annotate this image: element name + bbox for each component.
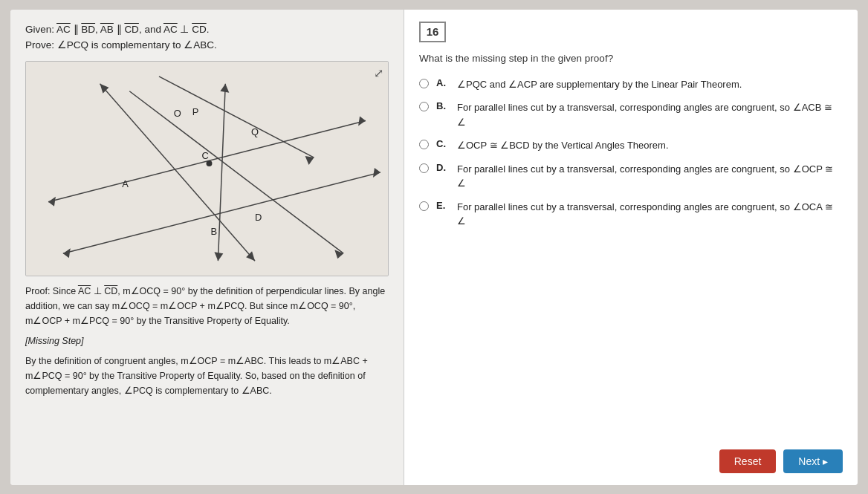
label-O: O <box>174 108 181 119</box>
option-E[interactable]: E. For parallel lines cut by a transvers… <box>419 200 843 229</box>
prove-line: Prove: ∠PCQ is complementary to ∠ABC. <box>25 37 389 53</box>
option-C[interactable]: C. ∠OCP ≅ ∠BCD by the Vertical Angles Th… <box>419 138 843 153</box>
option-B-text: For parallel lines cut by a transversal,… <box>457 100 843 129</box>
svg-point-17 <box>207 160 213 166</box>
option-D-text: For parallel lines cut by a transversal,… <box>457 162 843 191</box>
option-A-text: ∠PQC and ∠ACP are supplementary by the L… <box>457 77 843 92</box>
question-number: 16 <box>419 22 446 42</box>
right-panel: 16 What is the missing step in the given… <box>404 10 858 485</box>
label-P: P <box>192 105 199 117</box>
label-C: C <box>202 150 209 161</box>
next-button[interactable]: Next <box>783 449 843 473</box>
option-C-text: ∠OCP ≅ ∠BCD by the Vertical Angles Theor… <box>457 138 843 153</box>
radio-A[interactable] <box>419 79 429 88</box>
expand-icon[interactable]: ⤢ <box>374 66 383 80</box>
option-B[interactable]: B. For parallel lines cut by a transvers… <box>419 100 843 129</box>
option-D-letter: D. <box>436 162 450 173</box>
conclusion-text: By the definition of congruent angles, m… <box>25 354 389 398</box>
question-text: What is the missing step in the given pr… <box>419 53 843 64</box>
label-Q: Q <box>251 126 259 137</box>
radio-B[interactable] <box>419 102 429 111</box>
buttons-row: Reset Next <box>419 435 843 473</box>
option-B-letter: B. <box>436 100 450 111</box>
option-A[interactable]: A. ∠PQC and ∠ACP are supplementary by th… <box>419 77 843 92</box>
option-E-letter: E. <box>436 200 450 211</box>
option-E-text: For parallel lines cut by a transversal,… <box>457 200 843 229</box>
missing-step-label: [Missing Step] <box>25 336 389 346</box>
svg-rect-0 <box>26 62 388 276</box>
reset-button[interactable]: Reset <box>719 449 777 473</box>
proof-text: Proof: Since AC ⊥ CD, m∠OCQ = 90° by the… <box>25 284 389 328</box>
radio-D[interactable] <box>419 163 429 173</box>
radio-E[interactable] <box>419 201 429 211</box>
left-panel: Given: AC ∥ BD, AB ∥ CD, and AC ⊥ CD. Pr… <box>10 10 404 485</box>
geometry-figure: ⤢ <box>25 61 389 276</box>
option-C-letter: C. <box>436 138 450 149</box>
label-B: B <box>210 226 217 237</box>
main-container: Given: AC ∥ BD, AB ∥ CD, and AC ⊥ CD. Pr… <box>10 10 858 485</box>
given-line: Given: AC ∥ BD, AB ∥ CD, and AC ⊥ CD. <box>25 22 389 38</box>
option-D[interactable]: D. For parallel lines cut by a transvers… <box>419 162 843 191</box>
option-A-letter: A. <box>436 77 450 88</box>
geometry-svg: O P Q C A D B <box>26 62 388 276</box>
radio-C[interactable] <box>419 140 429 149</box>
label-A: A <box>122 178 129 189</box>
given-text: Given: AC ∥ BD, AB ∥ CD, and AC ⊥ CD. Pr… <box>25 22 389 53</box>
label-D: D <box>255 211 262 222</box>
options-list: A. ∠PQC and ∠ACP are supplementary by th… <box>419 77 843 229</box>
